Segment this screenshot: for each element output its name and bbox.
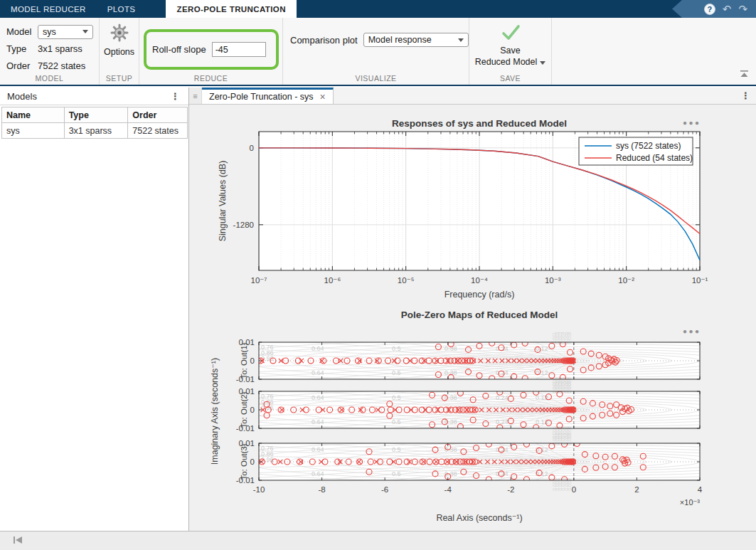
svg-text:0.24: 0.24	[496, 418, 509, 425]
svg-text:10⁻⁷: 10⁻⁷	[250, 276, 267, 285]
model-dropdown[interactable]: sys	[38, 25, 93, 39]
quick-access-toolbar: ? ↶ ↷	[672, 0, 756, 18]
svg-text:10⁻⁵: 10⁻⁵	[398, 276, 415, 285]
model-reducer-app: MODEL REDUCER PLOTS ZERO-POLE TRUNCATION…	[0, 0, 756, 550]
ribbon-filler	[552, 18, 756, 85]
svg-text:-1280: -1280	[233, 221, 254, 229]
svg-text:0.5: 0.5	[392, 470, 401, 477]
order-value: 7522 states	[38, 60, 85, 71]
figure-area[interactable]: 10⁻⁷10⁻⁶10⁻⁵10⁻⁴10⁻³10⁻²10⁻¹0-1280Respon…	[189, 105, 756, 531]
svg-text:0.64: 0.64	[312, 394, 324, 401]
svg-text:2: 2	[634, 485, 639, 494]
redo-icon[interactable]: ↷	[738, 4, 747, 14]
svg-text:10⁻¹: 10⁻¹	[692, 276, 708, 285]
comparison-plot-value: Model response	[368, 35, 432, 45]
type-value: 3x1 sparss	[38, 43, 82, 54]
models-table: Name Type Order sys 3x1 sparss 7522 stat…	[1, 107, 188, 139]
section-label-save: SAVE	[469, 74, 551, 83]
responses-title: Responses of sys and Reduced Model	[392, 118, 567, 129]
responses-plot[interactable]: 10⁻⁷10⁻⁶10⁻⁵10⁻⁴10⁻³10⁻²10⁻¹0-1280Respon…	[189, 105, 755, 306]
svg-text:0.24: 0.24	[496, 345, 509, 352]
document-tab-zero-pole-truncation[interactable]: Zero-Pole Truncation - sys ×	[202, 88, 334, 104]
svg-text:0: 0	[572, 485, 576, 494]
svg-text:0.12: 0.12	[536, 369, 548, 376]
svg-text:-10: -10	[253, 485, 265, 494]
svg-text:0.5: 0.5	[392, 446, 401, 453]
svg-text:0: 0	[250, 406, 255, 414]
models-panel-title: Models	[7, 91, 37, 102]
svg-text:4: 4	[698, 485, 703, 494]
row-label-out2: To: Out(2)	[240, 391, 248, 428]
save-button-line2: Reduced Model	[475, 56, 546, 68]
chevron-down-icon	[82, 30, 88, 33]
models-col-type[interactable]: Type	[64, 107, 128, 123]
document-area: ≡ Zero-Pole Truncation - sys × ⋮ 10⁻⁷10⁻…	[189, 88, 756, 531]
help-icon[interactable]: ?	[704, 4, 715, 15]
undo-icon[interactable]: ↶	[723, 4, 732, 14]
x-multiplier: ×10⁻³	[680, 498, 700, 507]
gear-icon[interactable]	[110, 23, 129, 45]
ribbon-section-visualize: Comparison plot Model response VISUALIZE	[283, 18, 469, 85]
models-col-name[interactable]: Name	[2, 107, 65, 123]
svg-text:10⁻⁶: 10⁻⁶	[324, 276, 341, 285]
svg-text:-8: -8	[318, 485, 325, 494]
rolloff-input[interactable]	[212, 42, 266, 57]
svg-text:0.5: 0.5	[392, 394, 401, 401]
tab-zero-pole-truncation[interactable]: ZERO-POLE TRUNCATION	[166, 0, 296, 18]
main-content: Models ⋮ Name Type Order sys 3x1 sparss …	[0, 88, 756, 531]
model-order-cell[interactable]: 7522 states	[128, 123, 188, 139]
collapse-ribbon-icon[interactable]	[740, 68, 749, 80]
model-label: Model	[6, 26, 38, 37]
ribbon-section-reduce: Roll-off slope REDUCE	[139, 18, 283, 85]
svg-text:0.24: 0.24	[496, 394, 509, 401]
svg-text:0.64: 0.64	[312, 345, 324, 352]
ribbon-section-setup: Options SETUP	[100, 18, 139, 85]
row-label-out1: To: Out(1)	[240, 342, 248, 379]
svg-text:10⁻²: 10⁻²	[618, 276, 634, 285]
collapse-panel-icon[interactable]	[13, 534, 23, 547]
svg-text:sys (7522 states): sys (7522 states)	[616, 141, 681, 151]
pole-zero-plot[interactable]: Pole-Zero Maps of Reduced Model0.120.120…	[189, 306, 755, 531]
models-panel-menu-icon[interactable]: ⋮	[168, 91, 183, 102]
save-reduced-model-button[interactable]: Save Reduced Model SAVE	[469, 18, 552, 85]
ribbon-section-model: Model sys Type 3x1 sparss Order 7522 sta…	[0, 18, 100, 85]
responses-xlabel: Frequency (rad/s)	[444, 290, 515, 300]
models-col-order[interactable]: Order	[128, 107, 188, 123]
tab-plots[interactable]: PLOTS	[97, 0, 147, 18]
section-label-reduce: REDUCE	[139, 74, 282, 83]
svg-text:0.5: 0.5	[392, 369, 401, 376]
chevron-down-icon	[458, 38, 464, 42]
svg-text:0.64: 0.64	[312, 446, 324, 453]
pole-zero-plot-options-icon[interactable]: ●●●	[683, 327, 701, 335]
document-menu-icon[interactable]: ⋮	[735, 88, 756, 104]
svg-text:0: 0	[250, 458, 255, 466]
tabstrip-menu-icon[interactable]: ≡	[189, 88, 202, 104]
svg-text:0.5: 0.5	[392, 345, 401, 352]
model-type-cell[interactable]: 3x1 sparss	[64, 123, 128, 139]
rolloff-label: Roll-off slope	[152, 44, 206, 55]
model-dropdown-value: sys	[43, 27, 56, 37]
responses-plot-options-icon[interactable]: ●●●	[683, 119, 701, 127]
status-bar	[0, 531, 756, 550]
comparison-plot-dropdown[interactable]: Model response	[363, 33, 469, 47]
tab-model-reducer[interactable]: MODEL REDUCER	[0, 0, 97, 18]
svg-text:0.64: 0.64	[312, 470, 324, 477]
models-panel: Models ⋮ Name Type Order sys 3x1 sparss …	[0, 88, 189, 531]
svg-text:Reduced (54 states): Reduced (54 states)	[616, 153, 693, 163]
options-button[interactable]: Options	[104, 47, 134, 57]
svg-text:10⁻³: 10⁻³	[545, 276, 561, 285]
ribbon: Model sys Type 3x1 sparss Order 7522 sta…	[0, 18, 756, 86]
toolstrip-tab-bar: MODEL REDUCER PLOTS ZERO-POLE TRUNCATION…	[0, 0, 756, 18]
save-button-line1: Save	[500, 45, 521, 56]
svg-text:-4: -4	[444, 485, 452, 494]
type-label: Type	[6, 43, 38, 54]
svg-text:0.5: 0.5	[392, 418, 401, 425]
checkmark-icon	[500, 23, 521, 45]
pole-zero-xlabel: Real Axis (seconds⁻¹)	[436, 513, 522, 523]
model-name-cell[interactable]: sys	[2, 123, 65, 139]
document-tab-title: Zero-Pole Truncation - sys	[209, 92, 314, 102]
close-icon[interactable]: ×	[320, 92, 326, 102]
svg-text:10⁻⁴: 10⁻⁴	[471, 276, 488, 285]
table-row[interactable]: sys 3x1 sparss 7522 states	[2, 123, 188, 139]
section-label-setup: SETUP	[100, 74, 139, 83]
